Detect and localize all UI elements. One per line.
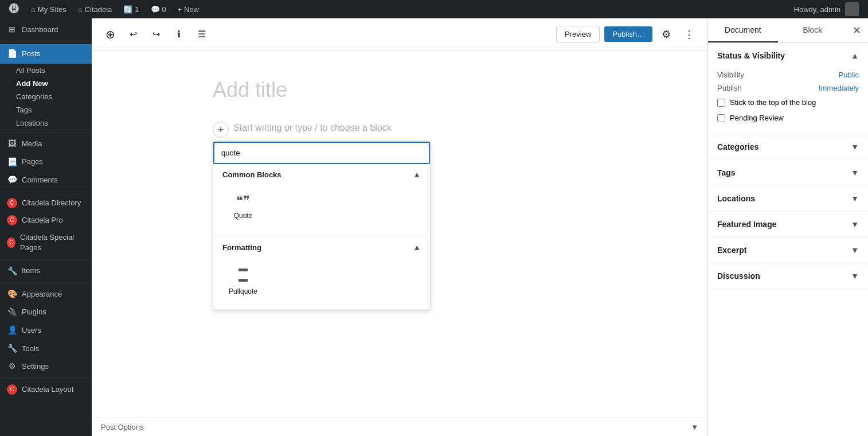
sidebar-item-pages[interactable]: 📃 Pages [0, 153, 92, 172]
comments-icon: 💬 [7, 174, 17, 186]
preview-button[interactable]: Preview [556, 26, 600, 42]
sidebar-item-citadela-special[interactable]: C Citadela Special Pages [0, 229, 92, 256]
sidebar-item-label: Citadela Special Pages [20, 232, 85, 253]
block-search-input[interactable] [213, 142, 430, 164]
sidebar-item-comments[interactable]: 💬 Comments [0, 171, 92, 189]
sidebar-subitem-add-new[interactable]: Add New [0, 77, 92, 90]
post-options-bar[interactable]: Post Options ▼ [92, 418, 707, 436]
dashboard-icon: ⊞ [7, 24, 17, 36]
common-blocks-header[interactable]: Common Blocks ▲ [213, 164, 430, 184]
sidebar-item-label: Tools [22, 344, 39, 354]
more-options-button[interactable]: ⋮ [680, 25, 698, 44]
featured-image-header[interactable]: Featured Image ▼ [708, 212, 868, 237]
updates-link[interactable]: 🔄 1 [119, 0, 143, 18]
sidebar-item-plugins[interactable]: 🔌 Plugins [0, 303, 92, 322]
comments-link[interactable]: 💬 0 [146, 0, 171, 18]
block-item-quote[interactable]: ❝❞ Quote [218, 184, 268, 229]
publish-button[interactable]: Publish… [604, 26, 652, 42]
stick-top-checkbox[interactable] [717, 99, 725, 107]
panel-body: Status & Visibility ▲ Visibility Public … [708, 43, 868, 436]
tab-block[interactable]: Block [778, 18, 848, 42]
categories-header[interactable]: Categories ▼ [708, 134, 868, 159]
sidebar-item-media[interactable]: 🖼 Media [0, 135, 92, 153]
status-visibility-header[interactable]: Status & Visibility ▲ [708, 43, 868, 68]
inline-add-block-button[interactable]: + [213, 122, 229, 138]
wp-logo[interactable]: 🅦 [5, 0, 24, 18]
sidebar-item-users[interactable]: 👤 Users [0, 321, 92, 340]
media-icon: 🖼 [7, 138, 17, 150]
block-item-label: Pullquote [229, 287, 257, 295]
new-content-link[interactable]: + New [173, 0, 204, 18]
sidebar-nav: ⊞ Dashboard 📄 Posts ◀ All Posts Add New … [0, 18, 92, 400]
citadela-directory-icon: C [7, 198, 17, 208]
sidebar-subitem-all-posts[interactable]: All Posts [0, 64, 92, 77]
info-icon: ℹ [177, 29, 181, 40]
post-options-container: Post Options ▼ [92, 418, 707, 436]
sidebar-item-tools[interactable]: 🔧 Tools [0, 340, 92, 358]
formatting-header[interactable]: Formatting ▲ [213, 237, 430, 256]
locations-toggle-icon: ▼ [851, 194, 859, 203]
sidebar: ⊞ Dashboard 📄 Posts ◀ All Posts Add New … [0, 18, 92, 436]
sidebar-item-appearance[interactable]: 🎨 Appearance [0, 285, 92, 303]
post-title-field[interactable]: Add title [213, 73, 587, 107]
sidebar-item-label: Citadela Directory [22, 198, 81, 208]
undo-button[interactable]: ↩ [124, 25, 142, 44]
tab-document[interactable]: Document [708, 18, 778, 42]
howdy-label: Howdy, admin [794, 5, 840, 14]
redo-button[interactable]: ↪ [147, 25, 165, 44]
my-sites-label: My Sites [38, 5, 67, 14]
undo-icon: ↩ [130, 29, 137, 40]
sidebar-item-dashboard[interactable]: ⊞ Dashboard [0, 21, 92, 39]
featured-image-title: Featured Image [717, 220, 776, 229]
featured-image-toggle-icon: ▼ [851, 220, 859, 229]
block-item-pullquote[interactable]: ▬▬ Pullquote [218, 256, 268, 302]
section-discussion: Discussion ▼ [708, 263, 868, 289]
my-sites-link[interactable]: ⌂ My Sites [26, 0, 71, 18]
block-inserter-popup: Common Blocks ▲ ❝❞ Quote [213, 141, 431, 310]
sidebar-item-label: Settings [22, 361, 49, 372]
my-sites-icon: ⌂ [31, 5, 36, 14]
citadela-label: Citadela [85, 5, 112, 14]
sidebar-item-label: Comments [22, 175, 58, 185]
sidebar-subitem-locations[interactable]: Locations [0, 116, 92, 130]
visibility-link[interactable]: Public [839, 71, 859, 79]
users-icon: 👤 [7, 325, 17, 336]
locations-header[interactable]: Locations ▼ [708, 186, 868, 211]
settings-icon: ⚙ [7, 361, 17, 372]
sidebar-subitem-tags[interactable]: Tags [0, 103, 92, 116]
citadela-link[interactable]: ⌂ Citadela [73, 0, 117, 18]
sidebar-item-posts[interactable]: 📄 Posts ◀ [0, 44, 92, 64]
sidebar-item-items[interactable]: 🔧 Items [0, 262, 92, 281]
settings-button[interactable]: ⚙ [657, 25, 675, 44]
sidebar-subitem-categories[interactable]: Categories [0, 90, 92, 103]
sidebar-item-citadela-directory[interactable]: C Citadela Directory [0, 194, 92, 212]
plugins-icon: 🔌 [7, 307, 17, 318]
formatting-label: Formatting [222, 243, 261, 252]
redo-icon: ↪ [153, 29, 160, 40]
right-panel: Document Block ✕ Status & Visibility ▲ V… [707, 18, 868, 436]
posts-icon: 📄 [7, 48, 17, 60]
add-block-button[interactable]: ⊕ [101, 25, 119, 44]
panel-tabs: Document Block ✕ [708, 18, 868, 43]
sidebar-item-settings[interactable]: ⚙ Settings [0, 357, 92, 376]
publish-link[interactable]: Immediately [819, 84, 859, 92]
pending-review-checkbox[interactable] [717, 114, 725, 122]
publish-label: Publish [717, 84, 742, 92]
tags-header[interactable]: Tags ▼ [708, 160, 868, 185]
discussion-header[interactable]: Discussion ▼ [708, 263, 868, 289]
block-navigation-button[interactable]: ☰ [193, 25, 211, 44]
wp-icon: 🅦 [9, 3, 19, 15]
discussion-toggle-icon: ▼ [851, 271, 859, 281]
sidebar-item-citadela-layout[interactable]: C Citadela Layout [0, 381, 92, 398]
updates-count: 1 [135, 5, 139, 14]
panel-close-button[interactable]: ✕ [847, 21, 866, 40]
citadela-pro-icon: C [7, 215, 17, 225]
sidebar-item-label: Posts [22, 49, 41, 59]
info-button[interactable]: ℹ [170, 25, 188, 44]
howdy-link[interactable]: Howdy, admin [789, 0, 863, 18]
block-placeholder: Start writing or type / to choose a bloc… [233, 120, 587, 135]
common-blocks-toggle[interactable]: ▲ [413, 170, 421, 179]
formatting-toggle[interactable]: ▲ [413, 243, 421, 252]
sidebar-item-citadela-pro[interactable]: C Citadela Pro [0, 212, 92, 229]
excerpt-header[interactable]: Excerpt ▼ [708, 238, 868, 263]
